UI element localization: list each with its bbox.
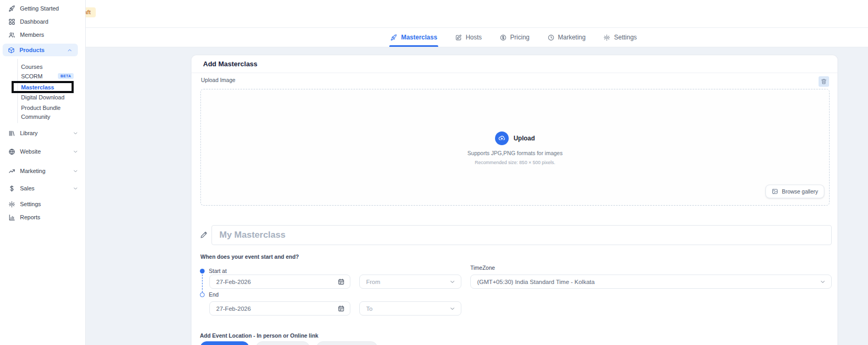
pen-square-icon [455, 34, 462, 41]
pencil-icon [200, 231, 208, 239]
upload-button-label: Upload [513, 135, 535, 142]
start-date-input[interactable]: 27-Feb-2026 [209, 275, 350, 289]
browse-gallery-label: Browse gallery [782, 188, 818, 195]
chevron-down-icon [73, 186, 78, 191]
sidebar-item-settings[interactable]: Settings [0, 198, 86, 210]
sidebar-item-label: Settings [20, 201, 41, 207]
end-date-input[interactable]: 27-Feb-2026 [209, 301, 350, 316]
sidebar-item-members[interactable]: Members [0, 29, 86, 40]
beta-badge: BETA [58, 73, 74, 79]
sidebar-item-label: Getting Started [20, 5, 59, 12]
sidebar-item-label: Members [20, 32, 44, 38]
tab-label: Hosts [466, 34, 482, 41]
virtual-link-button[interactable]: Virtual Link [256, 341, 310, 345]
app-root: Draft Masterclass Hosts Pricing Marketin… [0, 0, 868, 345]
end-date-value: 27-Feb-2026 [216, 306, 338, 312]
sidebar-item-scorm[interactable]: SCORM [21, 72, 43, 80]
sidebar-item-website[interactable]: Website [0, 146, 86, 157]
clock-icon [548, 34, 554, 41]
sidebar-item-dashboard[interactable]: Dashboard [0, 16, 86, 27]
sidebar-item-product-bundle[interactable]: Product Bundle [21, 104, 60, 112]
delete-image-button[interactable] [819, 76, 829, 87]
tab-pricing[interactable]: Pricing [499, 28, 531, 47]
upload-circle [495, 131, 509, 145]
library-icon [8, 130, 15, 137]
sidebar-item-label: Sales [20, 185, 35, 191]
sidebar-item-label: Digital Download [21, 94, 65, 100]
upload-button[interactable]: Upload [495, 131, 535, 145]
chevron-down-icon [73, 130, 78, 136]
sidebar-item-library[interactable]: Library [0, 127, 86, 139]
tab-hosts[interactable]: Hosts [454, 28, 483, 47]
sidebar: Getting Started Dashboard Members Produc… [0, 0, 86, 345]
chevron-down-icon [820, 279, 826, 285]
submenu-guide-line [17, 59, 18, 123]
sidebar-item-label: Website [20, 148, 41, 155]
chevron-down-icon [449, 279, 456, 285]
sidebar-item-label: Library [20, 130, 38, 136]
rocket-icon [390, 34, 397, 41]
cloud-upload-icon [498, 135, 506, 142]
sidebar-item-community[interactable]: Community [21, 113, 51, 121]
masterclass-name-input[interactable] [211, 225, 832, 245]
card-body: Upload Image Upload Supports JPG,PNG for… [191, 73, 837, 345]
start-time-select[interactable]: From [359, 275, 461, 289]
sidebar-item-label: Products [19, 47, 45, 53]
tab-label: Pricing [510, 34, 530, 41]
add-masterclass-card: Add Masterclass Upload Image Upload Supp… [191, 55, 838, 345]
zoom-meeting-button[interactable]: Zoom Meeting [316, 341, 378, 345]
browse-gallery-button[interactable]: Browse gallery [765, 185, 824, 198]
end-time-select[interactable]: To [359, 301, 461, 316]
start-end-connector [202, 275, 203, 292]
end-label: End [209, 291, 219, 298]
grid-icon [8, 18, 15, 25]
calendar-icon [338, 278, 345, 285]
sidebar-item-getting-started[interactable]: Getting Started [0, 3, 86, 14]
event-location-label: Add Event Location - In person or Online… [200, 332, 318, 339]
sidebar-item-products[interactable]: Products [3, 44, 78, 56]
schedule-question-label: When does your event start and end? [200, 253, 299, 260]
sidebar-item-label: Masterclass [21, 84, 54, 90]
chevron-down-icon [449, 306, 456, 312]
members-icon [8, 32, 15, 38]
chevron-down-icon [73, 168, 78, 174]
tab-masterclass[interactable]: Masterclass [389, 28, 438, 47]
dollar-icon [8, 185, 15, 192]
gear-icon [8, 201, 15, 208]
upload-image-label: Upload Image [201, 77, 235, 83]
tab-label: Masterclass [401, 34, 437, 41]
sidebar-item-courses[interactable]: Courses [21, 63, 43, 71]
tabs-group: Masterclass Hosts Pricing Marketing Sett… [123, 28, 868, 47]
start-time-placeholder: From [366, 279, 449, 285]
end-circle-icon [200, 292, 205, 297]
timezone-label: TimeZone [470, 265, 495, 271]
tab-label: Settings [614, 34, 637, 41]
product-tab-bar: Masterclass Hosts Pricing Marketing Sett… [86, 28, 868, 47]
timezone-select[interactable]: (GMT+05:30) India Standard Time - Kolkat… [470, 275, 832, 289]
trend-up-icon [8, 168, 15, 175]
sidebar-item-label: SCORM [21, 73, 43, 79]
chevron-up-icon [67, 47, 73, 53]
chevron-down-icon [73, 149, 78, 155]
sidebar-item-sales[interactable]: Sales [0, 182, 86, 194]
end-time-placeholder: To [366, 306, 449, 312]
tab-marketing[interactable]: Marketing [547, 28, 587, 47]
in-person-button[interactable]: In Person [200, 341, 249, 345]
sidebar-item-label: Dashboard [20, 18, 48, 25]
tab-label: Marketing [558, 34, 586, 41]
sidebar-item-masterclass[interactable]: Masterclass [21, 83, 54, 92]
tab-settings[interactable]: Settings [602, 28, 638, 47]
top-bar: Draft [86, 0, 868, 28]
trash-icon [821, 78, 827, 85]
upload-formats-hint: Supports JPG,PNG formats for images [468, 150, 563, 156]
sidebar-item-reports[interactable]: Reports [0, 211, 86, 223]
sidebar-item-label: Community [21, 114, 51, 120]
sidebar-item-digital-download[interactable]: Digital Download [21, 93, 65, 102]
dollar-circle-icon [500, 34, 507, 41]
location-options: In Person Virtual Link Zoom Meeting [200, 341, 378, 345]
image-dropzone[interactable]: Upload Supports JPG,PNG formats for imag… [200, 89, 830, 206]
sidebar-item-label: Reports [20, 214, 41, 220]
sidebar-item-marketing[interactable]: Marketing [0, 165, 86, 177]
sidebar-item-label: Marketing [20, 168, 45, 174]
bar-chart-icon [8, 214, 15, 221]
